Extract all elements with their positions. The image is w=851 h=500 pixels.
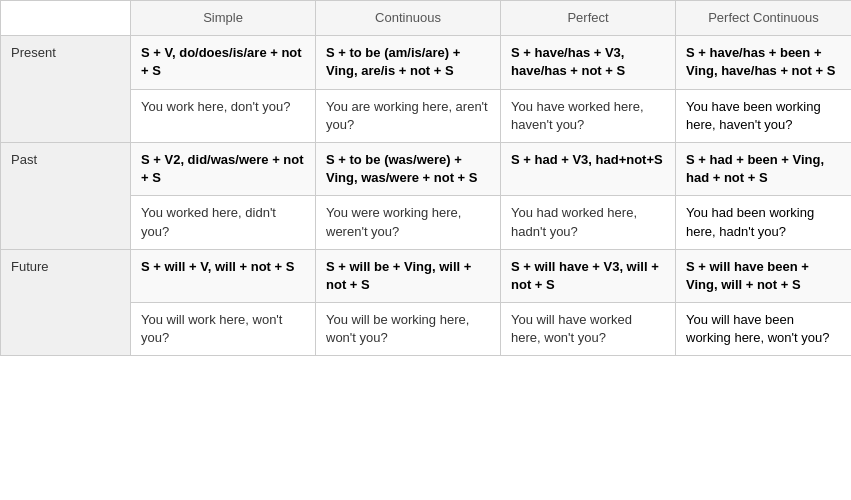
example-continuous-future: You will be working here, won't you? [316, 303, 501, 356]
formula-perfect-continuous-future: S + will have been + Ving, will + not + … [676, 249, 852, 302]
formula-perfect-present: S + have/has + V3, have/has + not + S [501, 36, 676, 89]
example-perfect-continuous-present: You have been working here, haven't you? [676, 89, 852, 142]
formula-perfect-continuous-past: S + had + been + Ving, had + not + S [676, 142, 852, 195]
header-perfect: Perfect [501, 1, 676, 36]
formula-perfect-continuous-present: S + have/has + been + Ving, have/has + n… [676, 36, 852, 89]
header-simple: Simple [131, 1, 316, 36]
header-perfect-continuous: Perfect Continuous [676, 1, 852, 36]
formula-perfect-past: S + had + V3, had+not+S [501, 142, 676, 195]
formula-simple-past: S + V2, did/was/were + not + S [131, 142, 316, 195]
example-simple-future: You will work here, won't you? [131, 303, 316, 356]
example-perfect-present: You have worked here, haven't you? [501, 89, 676, 142]
example-continuous-past: You were working here, weren't you? [316, 196, 501, 249]
formula-row-future: FutureS + will + V, will + not + SS + wi… [1, 249, 852, 302]
example-simple-past: You worked here, didn't you? [131, 196, 316, 249]
example-perfect-future: You will have worked here, won't you? [501, 303, 676, 356]
header-row: Simple Continuous Perfect Perfect Contin… [1, 1, 852, 36]
grammar-table: Simple Continuous Perfect Perfect Contin… [0, 0, 851, 356]
header-continuous: Continuous [316, 1, 501, 36]
example-perfect-continuous-past: You had been working here, hadn't you? [676, 196, 852, 249]
example-perfect-past: You had worked here, hadn't you? [501, 196, 676, 249]
tense-label-future: Future [1, 249, 131, 356]
example-continuous-present: You are working here, aren't you? [316, 89, 501, 142]
formula-continuous-present: S + to be (am/is/are) + Ving, are/is + n… [316, 36, 501, 89]
example-simple-present: You work here, don't you? [131, 89, 316, 142]
tense-label-present: Present [1, 36, 131, 143]
example-perfect-continuous-future: You will have been working here, won't y… [676, 303, 852, 356]
formula-continuous-future: S + will be + Ving, will + not + S [316, 249, 501, 302]
formula-continuous-past: S + to be (was/were) + Ving, was/were + … [316, 142, 501, 195]
formula-simple-future: S + will + V, will + not + S [131, 249, 316, 302]
header-empty [1, 1, 131, 36]
formula-row-present: PresentS + V, do/does/is/are + not + SS … [1, 36, 852, 89]
formula-perfect-future: S + will have + V3, will + not + S [501, 249, 676, 302]
formula-row-past: PastS + V2, did/was/were + not + SS + to… [1, 142, 852, 195]
tense-label-past: Past [1, 142, 131, 249]
formula-simple-present: S + V, do/does/is/are + not + S [131, 36, 316, 89]
